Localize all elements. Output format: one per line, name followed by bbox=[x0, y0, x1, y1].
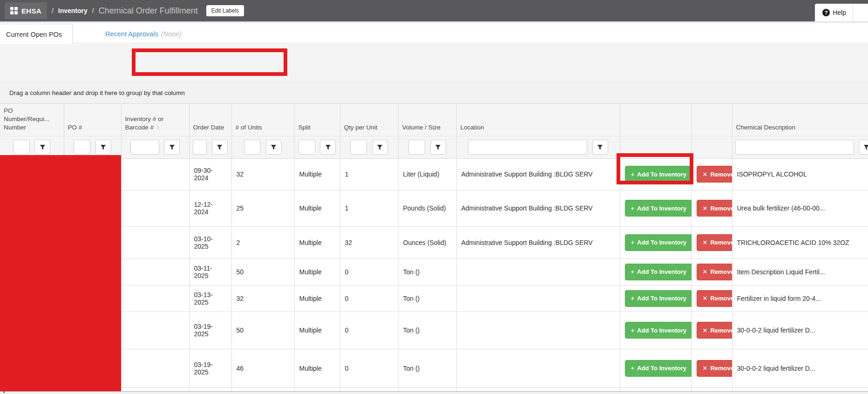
column-header-po-number[interactable]: PO Number/Requi... Number bbox=[0, 104, 64, 136]
help-menu-stub[interactable] bbox=[853, 4, 863, 21]
qty-filter-input[interactable] bbox=[350, 140, 367, 155]
cell-add-action: + Add To Inventory bbox=[620, 285, 692, 312]
remove-button[interactable]: ✕ Remove bbox=[697, 322, 732, 339]
cell-remove-action: ✕ Remove bbox=[692, 158, 732, 190]
page-title: Chemical Order Fulfillment bbox=[99, 6, 198, 16]
cell-location bbox=[456, 312, 620, 349]
table-row: 03-19-2025 46 Multiple 0 Ton () + Add To… bbox=[0, 349, 868, 387]
po-number-filter-input[interactable] bbox=[13, 140, 30, 155]
filter-funnel-icon[interactable] bbox=[164, 140, 180, 155]
x-icon: ✕ bbox=[703, 327, 708, 334]
toolbar: + Add ✎ Edit ⊗ Remove From Order PI: San… bbox=[0, 44, 868, 82]
tab-bar: Current Open POs Recent Approvals (None) bbox=[0, 21, 868, 43]
cell-inventory-barcode bbox=[121, 258, 189, 285]
filter-funnel-icon[interactable] bbox=[212, 140, 228, 155]
filter-cell-order-date bbox=[189, 136, 231, 158]
filter-funnel-icon[interactable] bbox=[95, 140, 111, 155]
top-bar: EHSA / Inventory / Chemical Order Fulfil… bbox=[0, 0, 868, 21]
split-filter-input[interactable] bbox=[298, 140, 315, 155]
column-header-units[interactable]: # of Units bbox=[231, 104, 294, 136]
add-to-inventory-button[interactable]: + Add To Inventory bbox=[625, 166, 692, 183]
column-header-inventory-barcode[interactable]: Inventory # or Barcode #↑ bbox=[121, 104, 189, 136]
filter-funnel-icon[interactable] bbox=[430, 140, 446, 155]
table-row: 03-19-2025 50 Multiple 0 Ton () + Add To… bbox=[0, 312, 868, 349]
cell-split: Multiple bbox=[294, 349, 340, 387]
cell-add-action: + Add To Inventory bbox=[620, 349, 692, 387]
inventory-filter-input[interactable] bbox=[130, 140, 159, 155]
scroll-left-icon[interactable]: ◂ bbox=[3, 390, 5, 394]
plus-icon: + bbox=[631, 171, 635, 178]
add-to-inventory-button[interactable]: + Add To Inventory bbox=[625, 200, 692, 217]
edit-labels-button[interactable]: Edit Labels bbox=[206, 5, 244, 16]
column-header-split[interactable]: Split bbox=[294, 104, 340, 136]
app-logo[interactable]: EHSA bbox=[5, 2, 47, 19]
units-filter-input[interactable] bbox=[244, 140, 261, 155]
cell-remove-action: ✕ Remove bbox=[692, 349, 732, 387]
filter-funnel-icon[interactable] bbox=[372, 140, 388, 155]
column-header-order-date[interactable]: Order Date bbox=[189, 104, 231, 136]
cell-location: Administrative Support Building :BLDG SE… bbox=[456, 226, 620, 258]
cell-qty-per-unit: 1 bbox=[340, 190, 398, 226]
cell-add-action: + Add To Inventory bbox=[620, 190, 692, 226]
table-row: 03-13-2025 32 Multiple 0 Ton () + Add To… bbox=[0, 285, 868, 312]
location-filter-input[interactable] bbox=[468, 140, 587, 155]
cell-split: Multiple bbox=[294, 226, 340, 258]
plus-icon: + bbox=[631, 365, 635, 372]
horizontal-scrollbar[interactable]: ◂ bbox=[0, 391, 868, 394]
column-header-po[interactable]: PO # bbox=[64, 104, 121, 136]
remove-button[interactable]: ✕ Remove bbox=[697, 166, 732, 183]
order-date-filter-input[interactable] bbox=[193, 140, 207, 155]
remove-button[interactable]: ✕ Remove bbox=[697, 360, 732, 377]
column-header-qty-per-unit[interactable]: Qty per Unit bbox=[340, 104, 398, 136]
cell-volume-size: Ounces (Solid) bbox=[398, 226, 456, 258]
cell-chemical-description: TRICHLOROACETIC ACID 10% 32OZ bbox=[732, 226, 868, 258]
remove-button[interactable]: ✕ Remove bbox=[697, 200, 732, 217]
filter-funnel-icon[interactable] bbox=[592, 140, 608, 155]
filter-funnel-icon[interactable] bbox=[320, 140, 336, 155]
filter-cell-add-actions bbox=[620, 136, 692, 158]
add-to-inventory-button[interactable]: + Add To Inventory bbox=[625, 290, 692, 307]
x-icon: ✕ bbox=[703, 171, 708, 178]
volume-filter-input[interactable] bbox=[408, 140, 425, 155]
cell-split: Multiple bbox=[294, 312, 340, 349]
table-row: 03-10-2025 2 Multiple 32 Ounces (Solid) … bbox=[0, 226, 868, 258]
filter-funnel-icon[interactable] bbox=[34, 140, 50, 155]
cell-chemical-description: Urea bulk fertilizer (46-00-00... bbox=[732, 190, 868, 226]
filter-cell-inventory bbox=[121, 136, 189, 158]
cell-order-date: 03-13-2025 bbox=[189, 285, 231, 312]
tab-recent-approvals[interactable]: Recent Approvals (None) bbox=[99, 24, 188, 44]
cell-order-date: 03-10-2025 bbox=[189, 226, 231, 258]
description-filter-input[interactable] bbox=[735, 140, 854, 155]
filter-funnel-icon[interactable] bbox=[266, 140, 282, 155]
help-button[interactable]: Help bbox=[833, 9, 846, 16]
plus-icon: + bbox=[631, 268, 635, 275]
breadcrumb-inventory-link[interactable]: Inventory bbox=[58, 7, 88, 14]
plus-icon: + bbox=[631, 327, 635, 334]
cell-units: 25 bbox=[231, 190, 294, 226]
filter-funnel-icon[interactable] bbox=[859, 140, 868, 155]
add-to-inventory-button[interactable]: + Add To Inventory bbox=[625, 360, 692, 377]
cell-chemical-description: Fertilizer in liquid form 20-4... bbox=[732, 285, 868, 312]
cell-order-date: 03-11-2025 bbox=[189, 258, 231, 285]
add-to-inventory-button[interactable]: + Add To Inventory bbox=[625, 264, 692, 280]
column-header-chemical-description[interactable]: Chemical Description bbox=[732, 104, 868, 136]
cell-remove-action: ✕ Remove bbox=[692, 285, 732, 312]
remove-button[interactable]: ✕ Remove bbox=[697, 264, 732, 280]
remove-button[interactable]: ✕ Remove bbox=[697, 290, 732, 307]
cell-qty-per-unit: 1 bbox=[340, 158, 398, 190]
group-by-drop-zone[interactable]: Drag a column header and drop it here to… bbox=[0, 82, 868, 103]
partial-next-row bbox=[0, 387, 868, 391]
remove-button[interactable]: ✕ Remove bbox=[697, 234, 732, 251]
add-to-inventory-button[interactable]: + Add To Inventory bbox=[625, 234, 692, 251]
column-header-location[interactable]: Location bbox=[456, 104, 620, 136]
table-row: 12-12-2024 25 Multiple 1 Pounds (Solid) … bbox=[0, 190, 868, 226]
help-area: ? Help bbox=[815, 4, 868, 21]
add-to-inventory-button[interactable]: + Add To Inventory bbox=[625, 322, 692, 339]
column-header-volume-size[interactable]: Volume / Size bbox=[398, 104, 456, 136]
cell-inventory-barcode bbox=[121, 158, 189, 190]
cell-volume-size: Ton () bbox=[398, 285, 456, 312]
po-filter-input[interactable] bbox=[74, 140, 90, 155]
tab-current-open-pos[interactable]: Current Open POs bbox=[0, 24, 73, 45]
cell-volume-size: Ton () bbox=[398, 349, 456, 387]
cell-order-date: 03-19-2025 bbox=[189, 312, 231, 349]
